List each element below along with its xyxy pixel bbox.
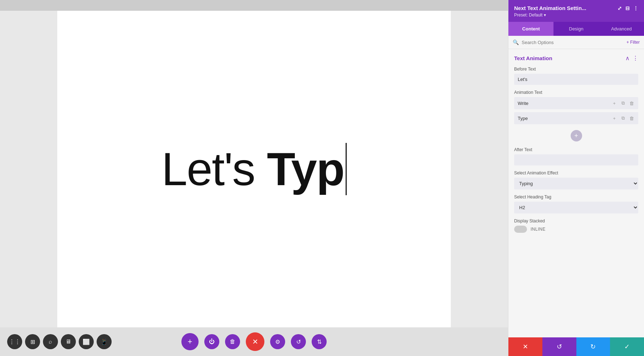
tab-design[interactable]: Design xyxy=(553,22,599,36)
panel-body: Text Animation ∧ ⋮ Before Text Animation… xyxy=(508,49,644,337)
canvas-top-bar xyxy=(0,0,508,11)
animation-row-1-icons: + ⧉ 🗑 xyxy=(611,100,635,106)
more-icon[interactable]: ⋮ xyxy=(633,5,638,11)
power-button[interactable]: ⏻ xyxy=(204,334,219,349)
bottom-toolbar-left: ⋮⋮ ⊞ ⌕ 🖥 ⬜ 📱 xyxy=(7,334,112,349)
add-row-1-icon[interactable]: + xyxy=(611,100,618,106)
footer-undo-button[interactable]: ↺ xyxy=(542,337,576,356)
display-stacked-toggle-label: INLINE xyxy=(531,227,546,232)
animation-text-row-1: Write + ⧉ 🗑 xyxy=(514,97,638,109)
canvas-text-before: Let's xyxy=(161,143,267,195)
heading-tag-select[interactable]: H1 H2 H3 H4 H5 H6 P xyxy=(514,202,638,213)
delete-row-2-icon[interactable]: 🗑 xyxy=(628,115,635,121)
animation-text-row-2: Type + ⧉ 🗑 xyxy=(514,112,638,124)
heading-tag-field: Select Heading Tag H1 H2 H3 H4 H5 H6 P xyxy=(514,194,638,218)
after-text-field: After Text xyxy=(514,147,638,170)
mobile-button[interactable]: 📱 xyxy=(97,334,112,349)
panel-preset[interactable]: Preset: Default ▾ xyxy=(514,13,638,18)
search-icon: 🔍 xyxy=(513,39,519,45)
search-input[interactable] xyxy=(522,40,624,45)
expand-icon[interactable]: ⤢ xyxy=(618,5,622,11)
panel-title-icons: ⤢ ⊟ ⋮ xyxy=(618,5,638,11)
settings-button[interactable]: ⚙ xyxy=(270,334,285,349)
animation-effect-label: Select Animation Effect xyxy=(514,170,638,175)
panel-tabs: Content Design Advanced xyxy=(508,22,644,36)
canvas-text: Let's Typ xyxy=(161,142,346,196)
footer-cancel-button[interactable]: ✕ xyxy=(508,337,542,356)
grid-button[interactable]: ⊞ xyxy=(25,334,40,349)
copy-row-2-icon[interactable]: ⧉ xyxy=(620,115,626,121)
reorder-button[interactable]: ⇅ xyxy=(312,334,327,349)
heading-tag-label: Select Heading Tag xyxy=(514,194,638,199)
undo-button[interactable]: ↺ xyxy=(291,334,306,349)
canvas-content: Let's Typ xyxy=(57,11,451,327)
before-text-input[interactable] xyxy=(514,74,638,85)
canvas-bottom-bar: ⋮⋮ ⊞ ⌕ 🖥 ⬜ 📱 + ⏻ 🗑 ✕ ⚙ ↺ ⇅ xyxy=(0,327,508,356)
delete-row-1-icon[interactable]: 🗑 xyxy=(628,100,635,106)
section-more-icon[interactable]: ⋮ xyxy=(633,55,638,62)
animation-effect-select[interactable]: Typing Fade Slide xyxy=(514,178,638,189)
animation-effect-field: Select Animation Effect Typing Fade Slid… xyxy=(514,170,638,194)
footer-save-button[interactable]: ✓ xyxy=(610,337,644,356)
search-button[interactable]: ⌕ xyxy=(43,334,58,349)
split-icon[interactable]: ⊟ xyxy=(625,5,630,11)
filter-button[interactable]: + Filter xyxy=(626,40,640,45)
display-stacked-field: Display Stacked INLINE xyxy=(514,218,638,233)
animation-text-field: Animation Text Write + ⧉ 🗑 Type + ⧉ 🗑 xyxy=(514,90,638,147)
tab-advanced[interactable]: Advanced xyxy=(599,22,644,36)
panel-title-text: Next Text Animation Settin... xyxy=(514,5,586,11)
add-button[interactable]: + xyxy=(181,333,199,350)
display-stacked-toggle[interactable] xyxy=(514,226,527,233)
animation-text-value-1: Write xyxy=(518,101,611,106)
before-text-label: Before Text xyxy=(514,67,638,72)
display-stacked-label: Display Stacked xyxy=(514,218,638,223)
before-text-field: Before Text xyxy=(514,67,638,90)
panel-title-row: Next Text Animation Settin... ⤢ ⊟ ⋮ xyxy=(514,5,638,11)
desktop-button[interactable]: 🖥 xyxy=(61,334,76,349)
after-text-label: After Text xyxy=(514,147,638,152)
canvas-text-animated: Typ xyxy=(267,143,346,195)
panel-header: Next Text Animation Settin... ⤢ ⊟ ⋮ Pres… xyxy=(508,0,644,22)
search-bar: 🔍 + Filter xyxy=(508,36,644,49)
tablet-button[interactable]: ⬜ xyxy=(79,334,94,349)
animation-text-value-2: Type xyxy=(518,116,611,121)
tab-content[interactable]: Content xyxy=(508,22,553,36)
copy-row-1-icon[interactable]: ⧉ xyxy=(620,100,626,106)
section-controls: ∧ ⋮ xyxy=(625,55,638,62)
dots-button[interactable]: ⋮⋮ xyxy=(7,334,22,349)
animation-text-label: Animation Text xyxy=(514,90,638,95)
display-stacked-toggle-row: INLINE xyxy=(514,226,638,233)
close-button[interactable]: ✕ xyxy=(246,332,264,351)
add-animation-text-button[interactable]: + xyxy=(571,130,582,141)
section-header: Text Animation ∧ ⋮ xyxy=(514,55,638,62)
canvas-area: Let's Typ ⋮⋮ ⊞ ⌕ 🖥 ⬜ 📱 + ⏻ 🗑 ✕ ⚙ ↺ ⇅ xyxy=(0,0,508,356)
delete-button[interactable]: 🗑 xyxy=(225,334,240,349)
collapse-icon[interactable]: ∧ xyxy=(625,55,630,62)
add-row-2-icon[interactable]: + xyxy=(611,115,618,121)
section-title: Text Animation xyxy=(514,55,552,61)
after-text-input[interactable] xyxy=(514,154,638,165)
animation-row-2-icons: + ⧉ 🗑 xyxy=(611,115,635,121)
right-panel: Next Text Animation Settin... ⤢ ⊟ ⋮ Pres… xyxy=(508,0,644,356)
footer-redo-button[interactable]: ↻ xyxy=(576,337,610,356)
panel-footer: ✕ ↺ ↻ ✓ xyxy=(508,337,644,356)
